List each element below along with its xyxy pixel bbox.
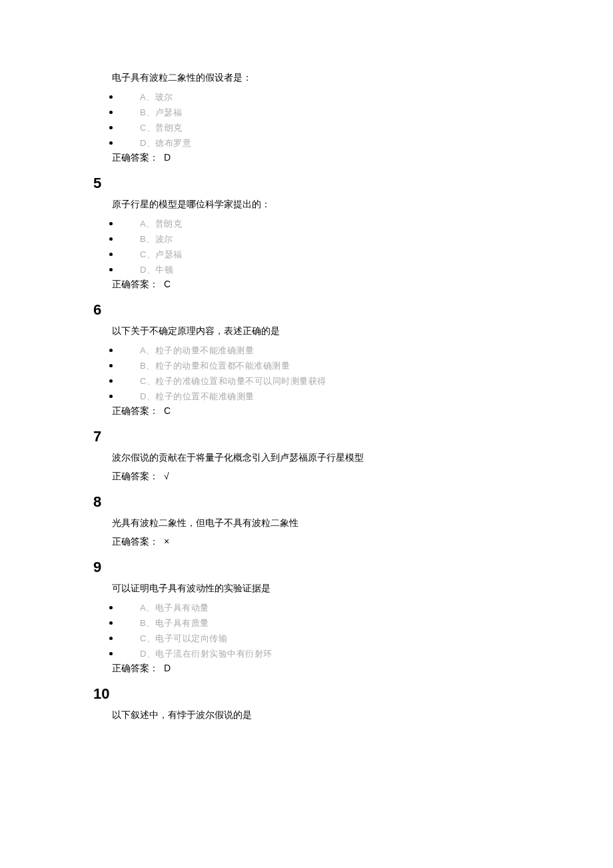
list-item: B、波尔 — [120, 233, 506, 245]
list-item: C、卢瑟福 — [120, 248, 506, 261]
answer-label: 正确答案： — [112, 471, 159, 481]
option-text: C、卢瑟福 — [140, 249, 183, 259]
option-text: C、粒子的准确位置和动量不可以同时测量获得 — [140, 376, 326, 386]
list-item: A、普朗克 — [120, 217, 506, 230]
question-4-answer: 正确答案： D — [93, 152, 506, 164]
question-4-text: 电子具有波粒二象性的假设者是： — [93, 72, 506, 84]
list-item: A、电子具有动量 — [120, 601, 506, 614]
question-6-text: 以下关于不确定原理内容，表述正确的是 — [93, 325, 506, 337]
list-item: C、电子可以定向传输 — [120, 632, 506, 645]
question-5-text: 原子行星的模型是哪位科学家提出的： — [93, 199, 506, 211]
option-text: A、玻尔 — [140, 92, 173, 102]
list-item: C、粒子的准确位置和动量不可以同时测量获得 — [120, 375, 506, 387]
option-text: B、粒子的动量和位置都不能准确测量 — [140, 361, 290, 371]
answer-value: D — [164, 152, 171, 163]
question-9-answer: 正确答案： D — [93, 663, 506, 675]
answer-label: 正确答案： — [112, 152, 159, 163]
option-text: B、电子具有质量 — [140, 618, 209, 628]
option-text: A、电子具有动量 — [140, 603, 209, 613]
answer-label: 正确答案： — [112, 536, 159, 547]
question-9-options: A、电子具有动量 B、电子具有质量 C、电子可以定向传输 D、电子流在衍射实验中… — [93, 601, 506, 660]
question-9-number: 9 — [93, 559, 506, 576]
answer-label: 正确答案： — [112, 405, 159, 416]
question-8-answer: 正确答案： × — [93, 536, 506, 548]
question-10-number: 10 — [93, 685, 506, 703]
answer-value: C — [164, 279, 171, 289]
list-item: D、牛顿 — [120, 263, 506, 276]
list-item: B、卢瑟福 — [120, 106, 506, 119]
question-8-number: 8 — [93, 493, 506, 511]
question-7-answer: 正确答案： √ — [93, 471, 506, 483]
option-text: D、牛顿 — [140, 265, 173, 275]
list-item: D、德布罗意 — [120, 137, 506, 149]
option-text: C、普朗克 — [140, 123, 183, 133]
question-7-number: 7 — [93, 428, 506, 445]
answer-label: 正确答案： — [112, 663, 159, 673]
option-text: B、卢瑟福 — [140, 107, 182, 117]
list-item: B、粒子的动量和位置都不能准确测量 — [120, 359, 506, 372]
question-6-options: A、粒子的动量不能准确测量 B、粒子的动量和位置都不能准确测量 C、粒子的准确位… — [93, 344, 506, 403]
list-item: D、电子流在衍射实验中有衍射环 — [120, 647, 506, 660]
list-item: A、玻尔 — [120, 91, 506, 103]
option-text: D、德布罗意 — [140, 138, 191, 148]
question-4-options: A、玻尔 B、卢瑟福 C、普朗克 D、德布罗意 — [93, 91, 506, 149]
question-9-text: 可以证明电子具有波动性的实验证据是 — [93, 583, 506, 595]
option-text: C、电子可以定向传输 — [140, 633, 227, 643]
answer-value: √ — [164, 471, 169, 481]
answer-value: C — [164, 405, 171, 416]
answer-value: D — [164, 663, 171, 673]
answer-label: 正确答案： — [112, 279, 159, 289]
option-text: A、粒子的动量不能准确测量 — [140, 345, 254, 355]
question-7-text: 波尔假说的贡献在于将量子化概念引入到卢瑟福原子行星模型 — [93, 452, 506, 464]
question-5-answer: 正确答案： C — [93, 279, 506, 291]
list-item: C、普朗克 — [120, 121, 506, 134]
question-5-options: A、普朗克 B、波尔 C、卢瑟福 D、牛顿 — [93, 217, 506, 276]
question-5-number: 5 — [93, 175, 506, 192]
option-text: D、粒子的位置不能准确测量 — [140, 391, 255, 401]
option-text: D、电子流在衍射实验中有衍射环 — [140, 649, 273, 659]
question-8-text: 光具有波粒二象性，但电子不具有波粒二象性 — [93, 517, 506, 529]
question-6-answer: 正确答案： C — [93, 405, 506, 417]
option-text: B、波尔 — [140, 234, 173, 244]
question-10-text: 以下叙述中，有悖于波尔假说的是 — [93, 709, 506, 721]
option-text: A、普朗克 — [140, 219, 182, 229]
question-6-number: 6 — [93, 301, 506, 319]
list-item: B、电子具有质量 — [120, 617, 506, 629]
list-item: D、粒子的位置不能准确测量 — [120, 390, 506, 403]
answer-value: × — [164, 536, 169, 547]
list-item: A、粒子的动量不能准确测量 — [120, 344, 506, 357]
page-content: 电子具有波粒二象性的假设者是： A、玻尔 B、卢瑟福 C、普朗克 D、德布罗意 … — [0, 0, 506, 761]
